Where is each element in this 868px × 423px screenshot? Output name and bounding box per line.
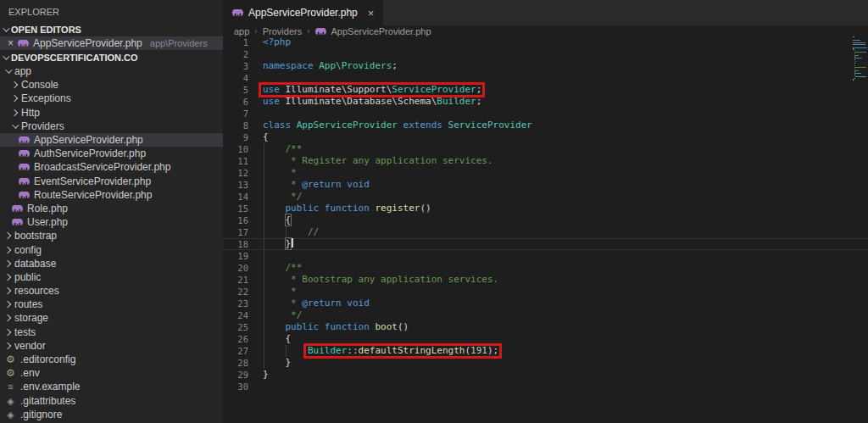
code-editor[interactable]: 1<?php23namespace App\Providers;45use Il…	[223, 36, 868, 392]
tree-item-label: app	[14, 65, 31, 77]
code-line-9[interactable]: 9{	[223, 131, 868, 143]
code-line-2[interactable]: 2	[223, 48, 868, 60]
tab-label: AppServiceProvider.php	[248, 7, 358, 19]
code-line-24[interactable]: 24 */	[223, 309, 868, 321]
code-line-5[interactable]: 5use Illuminate\Support\ServiceProvider;	[223, 84, 868, 96]
tree-item-label: storage	[14, 312, 48, 324]
code-line-27[interactable]: 27 Builder::defaultStringLength(191);	[223, 345, 868, 357]
code-line-20[interactable]: 20 /**	[223, 262, 868, 274]
line-number: 30	[223, 381, 248, 392]
tree-item-bootstrap[interactable]: bootstrap	[0, 229, 223, 242]
code-line-29[interactable]: 29}	[223, 369, 868, 381]
tree-item-label: tests	[14, 326, 36, 338]
tab-close-icon[interactable]: ×	[368, 7, 375, 19]
php-icon	[19, 190, 30, 200]
code-line-content: <?php	[248, 36, 291, 48]
tree-item-tests[interactable]: tests	[0, 326, 223, 339]
chevron-right-icon	[11, 109, 18, 115]
tree-item-config[interactable]: config	[0, 242, 223, 256]
tree-item-label: Exceptions	[21, 92, 71, 104]
tree-item-eventserviceprovider-php[interactable]: EventServiceProvider.php	[0, 175, 223, 188]
tree-item-resources[interactable]: resources	[0, 284, 223, 298]
tree-item-editorconfig[interactable]: ⚙.editorconfig	[0, 353, 223, 366]
code-line-content	[248, 48, 263, 60]
open-editors-header[interactable]: OPEN EDITORS	[0, 23, 223, 36]
tree-item-authserviceprovider-php[interactable]: AuthServiceProvider.php	[0, 147, 223, 160]
tree-item-role-php[interactable]: Role.php	[0, 202, 223, 215]
breadcrumb[interactable]: app›Providers›AppServiceProvider.php	[223, 25, 868, 36]
tree-item-http[interactable]: Http	[0, 106, 223, 120]
code-line-25[interactable]: 25 public function boot()	[223, 321, 868, 333]
lines-icon: ≡	[5, 381, 16, 392]
tree-item-broadcastserviceprovider-php[interactable]: BroadcastServiceProvider.php	[0, 160, 223, 174]
php-icon	[12, 203, 23, 214]
code-line-8[interactable]: 8class AppServiceProvider extends Servic…	[223, 120, 868, 131]
code-line-12[interactable]: 12 *	[223, 167, 868, 179]
code-line-11[interactable]: 11 * Register any application services.	[223, 155, 868, 167]
tree-item-gitignore[interactable]: ◈.gitignore	[0, 408, 223, 421]
code-line-22[interactable]: 22 *	[223, 286, 868, 298]
code-line-4[interactable]: 4	[223, 72, 868, 84]
tab-appserviceprovider[interactable]: AppServiceProvider.php ×	[223, 0, 383, 25]
code-line-6[interactable]: 6use Illuminate\Database\Schema\Builder;	[223, 96, 868, 108]
code-line-28[interactable]: 28 }	[223, 357, 868, 369]
code-line-16[interactable]: 16 {	[223, 214, 868, 226]
tree-item-label: Role.php	[27, 203, 68, 214]
line-number: 3	[223, 60, 248, 72]
code-line-14[interactable]: 14 */	[223, 191, 868, 203]
tree-item-label: Http	[21, 107, 40, 119]
breadcrumb-item[interactable]: app	[234, 26, 249, 36]
line-number: 25	[223, 321, 248, 333]
code-line-1[interactable]: 1<?php	[223, 36, 868, 48]
code-line-30[interactable]: 30	[223, 381, 868, 392]
tree-item-console[interactable]: Console	[0, 78, 223, 92]
tree-item-exceptions[interactable]: Exceptions	[0, 92, 223, 105]
code-line-15[interactable]: 15 public function register()	[223, 203, 868, 214]
code-line-18[interactable]: 18 }	[223, 238, 868, 250]
chevron-right-icon: ›	[307, 26, 309, 36]
tree-item-user-php[interactable]: User.php	[0, 215, 223, 229]
tree-item-vendor[interactable]: vendor	[0, 339, 223, 353]
minimap[interactable]	[853, 36, 867, 82]
chevron-right-icon: ›	[254, 26, 257, 36]
code-line-23[interactable]: 23 * @return void	[223, 298, 868, 309]
tree-item-app[interactable]: app	[0, 64, 223, 78]
code-line-3[interactable]: 3namespace App\Providers;	[223, 60, 868, 72]
line-number: 18	[223, 238, 248, 250]
chevron-right-icon	[11, 95, 18, 102]
tree-item-env[interactable]: ⚙.env	[0, 366, 223, 380]
tree-item-routes[interactable]: routes	[0, 298, 223, 311]
minimap-line	[853, 81, 867, 81]
workspace-header[interactable]: DEVOPSCERTIFICATION.CO	[0, 50, 223, 64]
breadcrumb-item[interactable]: AppServiceProvider.php	[331, 26, 431, 36]
open-editor-item[interactable]: × AppServiceProvider.php app\Providers	[0, 36, 223, 50]
code-line-26[interactable]: 26 {	[223, 333, 868, 345]
breadcrumb-item[interactable]: Providers	[263, 26, 302, 36]
tab-bar: AppServiceProvider.php ×	[223, 0, 868, 25]
tree-item-storage[interactable]: storage	[0, 311, 223, 325]
tree-item-appserviceprovider-php[interactable]: AppServiceProvider.php	[0, 133, 223, 147]
tree-item-providers[interactable]: Providers	[0, 120, 223, 133]
tree-item-database[interactable]: database	[0, 257, 223, 270]
tree-item-label: EventServiceProvider.php	[34, 175, 151, 187]
line-number: 20	[223, 262, 248, 274]
tree-item-label: Providers	[21, 120, 64, 132]
tree-item-env-example[interactable]: ≡.env.example	[0, 380, 223, 393]
chevron-down-icon	[3, 53, 9, 59]
close-icon[interactable]: ×	[8, 38, 14, 48]
code-line-content: * Bootstrap any application services.	[248, 274, 498, 286]
code-line-7[interactable]: 7	[223, 108, 868, 120]
editor-area: AppServiceProvider.php × app›Providers›A…	[223, 0, 868, 423]
tree-item-gitattributes[interactable]: ◈.gitattributes	[0, 394, 223, 408]
tree-item-label: resources	[14, 285, 59, 297]
minimap-line	[854, 70, 859, 71]
tree-item-routeserviceprovider-php[interactable]: RouteServiceProvider.php	[0, 188, 223, 202]
tree-item-public[interactable]: public	[0, 270, 223, 284]
tree-item-label: database	[14, 258, 56, 270]
code-line-10[interactable]: 10 /**	[223, 143, 868, 155]
code-line-17[interactable]: 17 //	[223, 226, 868, 238]
code-line-13[interactable]: 13 * @return void	[223, 179, 868, 191]
code-line-19[interactable]: 19	[223, 250, 868, 262]
code-line-content: public function register()	[248, 203, 431, 214]
code-line-21[interactable]: 21 * Bootstrap any application services.	[223, 274, 868, 286]
